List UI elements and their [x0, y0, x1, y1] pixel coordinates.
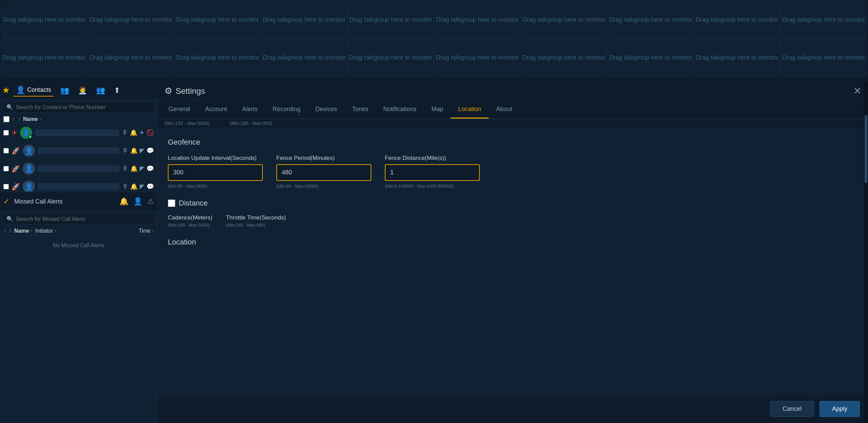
settings-scrollbar[interactable] [864, 81, 868, 423]
monitor-cell[interactable]: Drag talkgroup here to monitor [781, 39, 867, 77]
tab-dispatchers[interactable]: 🧑‍💼 [75, 85, 90, 96]
contact-row[interactable]: 🚀 👤 🎙 🔔 ◤ 💬 [0, 178, 157, 192]
missed-initiator-col[interactable]: Initiator ↑ [35, 228, 136, 234]
select-all-checkbox[interactable] [3, 116, 9, 122]
nav-icon[interactable]: ◤ [140, 165, 144, 172]
tab-account[interactable]: Account [198, 101, 235, 119]
monitor-cell[interactable]: Drag talkgroup here to monitor [434, 39, 520, 77]
contact-checkbox[interactable] [3, 184, 9, 189]
monitor-cell[interactable]: Drag talkgroup here to monitor [88, 39, 174, 77]
location-section-title: Location [168, 238, 858, 247]
contact-checkbox[interactable] [3, 166, 9, 171]
tab-general[interactable]: General [161, 101, 198, 119]
distance-section-title: Distance [179, 199, 208, 208]
missed-call-bell-icon[interactable]: 🔔 [119, 197, 129, 206]
missed-call-user-icon[interactable]: 👤 [133, 197, 142, 206]
fence-period-input[interactable] [276, 164, 371, 181]
missed-sort-down2[interactable]: ↑ [9, 228, 12, 234]
geofence-section-title: Geofence [168, 138, 858, 147]
block-icon[interactable]: 🚫 [146, 129, 154, 136]
nav-icon[interactable]: ◤ [140, 147, 144, 154]
fence-distance-input[interactable] [385, 164, 480, 181]
monitor-cell[interactable]: Drag talkgroup here to monitor [348, 39, 434, 77]
tab-import[interactable]: ⬆ [111, 85, 123, 96]
location-update-interval-input[interactable] [168, 164, 263, 181]
monitor-cell[interactable]: Drag talkgroup here to monitor [694, 1, 780, 39]
missed-call-search-box[interactable]: 🔍 [3, 213, 155, 225]
group2-icon: 👥 [96, 86, 105, 95]
missed-call-search-input[interactable] [16, 216, 151, 222]
missed-time-sort-icon: ↓ [152, 229, 154, 233]
avatar: 👤 [23, 163, 35, 175]
contact-name [38, 147, 119, 154]
contact-checkbox[interactable] [3, 130, 9, 135]
nav-icon[interactable]: ✈ [139, 129, 144, 136]
name-column-header[interactable]: Name ↑ [23, 116, 154, 122]
tab-about[interactable]: About [489, 101, 519, 119]
sort-up-icon[interactable]: ↑ [12, 116, 15, 122]
monitor-cell[interactable]: Drag talkgroup here to monitor [434, 1, 520, 39]
bell-icon[interactable]: 🔔 [130, 147, 138, 154]
tab-notifications[interactable]: Notifications [376, 101, 424, 119]
cadence-group: Cadence(Meters) (Min:100 - Max:5000) [168, 214, 212, 228]
chat-icon[interactable]: 💬 [146, 147, 154, 154]
settings-close-button[interactable]: ✕ [853, 85, 861, 97]
mic-icon[interactable]: 🎙 [122, 183, 128, 190]
bell-icon[interactable]: 🔔 [130, 183, 138, 190]
nav-icon[interactable]: ◤ [140, 183, 144, 190]
chat-icon[interactable]: 💬 [146, 183, 154, 190]
tab-alerts[interactable]: Alerts [235, 101, 265, 119]
missed-init-sort-icon: ↑ [54, 229, 56, 233]
tab-groups[interactable]: 👥 [57, 85, 72, 96]
monitor-cell[interactable]: Drag talkgroup here to monitor [608, 39, 693, 77]
mic-icon[interactable]: 🎙 [122, 147, 128, 154]
missed-sort-up[interactable]: ↑ [3, 228, 6, 234]
tab-recording[interactable]: Recording [265, 101, 308, 119]
apply-button[interactable]: Apply [820, 401, 860, 417]
monitor-cell[interactable]: Drag talkgroup here to monitor [88, 1, 174, 39]
missed-call-alert-icon[interactable]: ⚠ [147, 197, 154, 206]
missed-call-table-header: ↑ ↑ Name ↑ Initiator ↑ Time ↓ [0, 227, 157, 236]
fence-distance-group: Fence Distance(Mile(s)) (Min:0.100000 - … [385, 155, 480, 189]
monitor-cell[interactable]: Drag talkgroup here to monitor [175, 1, 260, 39]
contact-row[interactable]: 🚀 👤 🎙 🔔 ◤ 💬 [0, 142, 157, 160]
fence-period-label: Fence Period(Minutes) [276, 155, 371, 162]
subheader-left-info: (Min:100 - Max:5000) [164, 121, 210, 126]
settings-title-block: ⚙ Settings [164, 86, 205, 96]
sort-down-icon[interactable]: ↑ [18, 116, 20, 122]
monitor-cell[interactable]: Drag talkgroup here to monitor [175, 39, 260, 77]
chat-icon[interactable]: 💬 [146, 165, 154, 172]
mic-icon[interactable]: 🎙 [122, 129, 128, 136]
tab-tones[interactable]: Tones [344, 101, 376, 119]
cancel-button[interactable]: Cancel [770, 401, 814, 417]
tab-group2[interactable]: 👥 [93, 85, 108, 96]
bell-icon[interactable]: 🔔 [130, 165, 138, 172]
monitor-cell[interactable]: Drag talkgroup here to monitor [608, 1, 693, 39]
monitor-cell[interactable]: Drag talkgroup here to monitor [261, 1, 347, 39]
monitor-cell[interactable]: Drag talkgroup here to monitor [1, 39, 87, 77]
bell-icon[interactable]: 🔔 [130, 129, 137, 136]
contact-row[interactable]: ✈ 👤 🎙 🔔 ✈ 🚫 [0, 124, 157, 142]
mic-icon[interactable]: 🎙 [122, 165, 128, 172]
contact-search-box[interactable]: 🔍 [3, 102, 155, 113]
contact-checkbox[interactable] [3, 148, 9, 153]
tab-map[interactable]: Map [424, 101, 451, 119]
contact-search-input[interactable] [16, 104, 151, 110]
monitor-cell[interactable]: Drag talkgroup here to monitor [521, 39, 607, 77]
monitor-cell[interactable]: Drag talkgroup here to monitor [348, 1, 434, 39]
favorites-star-icon[interactable]: ★ [2, 85, 10, 96]
tab-devices[interactable]: Devices [308, 101, 344, 119]
import-icon: ⬆ [114, 86, 120, 95]
monitor-cell[interactable]: Drag talkgroup here to monitor [261, 39, 347, 77]
monitor-cell[interactable]: Drag talkgroup here to monitor [521, 1, 607, 39]
monitor-cell[interactable]: Drag talkgroup here to monitor [694, 39, 780, 77]
distance-checkbox[interactable] [168, 199, 175, 207]
missed-name-col[interactable]: Name ↑ [14, 228, 33, 234]
monitor-cell[interactable]: Drag talkgroup here to monitor [1, 1, 87, 39]
tab-contacts[interactable]: 👤 Contacts [13, 84, 54, 97]
contact-row[interactable]: 🚀 👤 🎙 🔔 ◤ 💬 [0, 160, 157, 178]
missed-time-col[interactable]: Time ↓ [139, 228, 154, 234]
monitor-cell[interactable]: Drag talkgroup here to monitor [781, 1, 867, 39]
tab-location[interactable]: Location [451, 101, 489, 119]
distance-checkbox-label[interactable]: Distance [168, 199, 858, 208]
